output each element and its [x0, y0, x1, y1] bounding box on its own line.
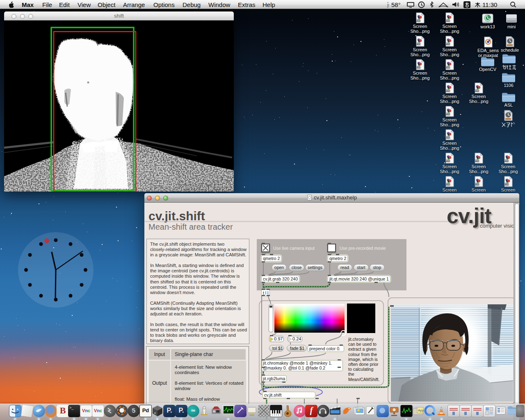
svg-text:PNG: PNG: [504, 183, 509, 185]
svg-text:PNG: PNG: [416, 66, 421, 68]
svg-text:PNG: PNG: [446, 136, 450, 139]
svg-text:PNG: PNG: [475, 160, 479, 162]
svg-text:PNG: PNG: [416, 43, 421, 45]
svg-text:PNG: PNG: [504, 160, 509, 162]
svg-text:PNG: PNG: [446, 183, 450, 185]
svg-text:PNG: PNG: [416, 19, 421, 22]
svg-text:PNG: PNG: [475, 183, 479, 185]
svg-text:PNG: PNG: [446, 89, 450, 92]
svg-text:PNG: PNG: [446, 43, 450, 45]
svg-text:PNG: PNG: [446, 19, 450, 22]
svg-text:PNG: PNG: [475, 89, 479, 92]
svg-text:PNG: PNG: [446, 113, 450, 115]
svg-text:PNG: PNG: [446, 160, 450, 162]
svg-text:App: App: [418, 409, 424, 412]
svg-text:PNG: PNG: [446, 66, 450, 68]
